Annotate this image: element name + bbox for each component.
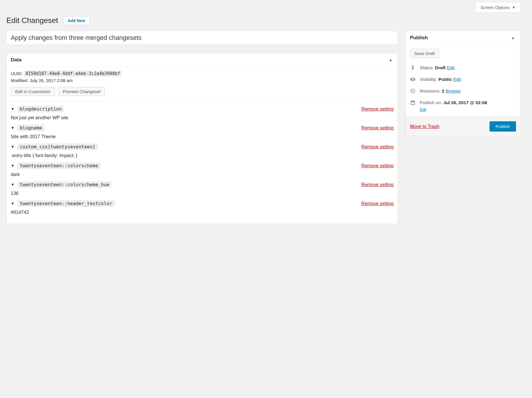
revisions-count: 2 [442,88,444,93]
setting-value: .entry-title { font-family: Impact; } [11,153,394,158]
setting-item: ▼twentyseventeen::colorschemeRemove sett… [11,162,394,177]
data-heading: Data [11,57,22,63]
setting-key: twentyseventeen::colorscheme_hue [17,181,112,188]
setting-value: 136 [11,191,394,196]
history-icon [410,88,416,94]
setting-item: ▼blogdescriptionRemove settingNot just y… [11,106,394,120]
pin-icon [410,65,416,71]
screen-options-button[interactable]: Screen Options ▼ [476,3,520,13]
divider [11,101,394,102]
collapse-toggle-icon[interactable]: ▼ [11,182,15,187]
setting-item: ▼blognameRemove settingSite with 2017 Th… [11,125,394,139]
setting-key: custom_css[twentyseventeen] [17,143,98,150]
add-new-button[interactable]: Add New [63,16,90,25]
calendar-icon [410,100,416,106]
publish-on-value: Jul 26, 2017 @ 02:08 [443,100,487,105]
setting-value: Not just yet another WP site [11,115,394,120]
modified-label: Modified: [11,78,28,83]
revisions-label: Revisions: [420,88,441,93]
setting-item: ▼custom_css[twentyseventeen]Remove setti… [11,143,394,158]
edit-status-link[interactable]: Edit [447,65,455,70]
setting-value: #81d742 [11,210,394,215]
collapse-toggle-icon[interactable]: ▲ [510,35,516,41]
status-label: Status: [420,65,434,70]
data-metabox: Data ▲ UUID: 8159d187-44e8-4ddf-a4eb-3c2… [6,53,398,224]
setting-item: ▼twentyseventeen::header_textcolorRemove… [11,200,394,215]
edit-publish-date-link[interactable]: Edit [420,107,426,112]
browse-revisions-link[interactable]: Browse [446,88,461,93]
setting-key: twentyseventeen::colorscheme [17,162,101,169]
publish-heading: Publish [410,35,428,41]
save-draft-button[interactable]: Save Draft [410,49,439,58]
eye-icon [410,77,416,82]
move-to-trash-link[interactable]: Move to Trash [410,124,439,129]
visibility-label: Visibility: [420,77,437,82]
collapse-toggle-icon[interactable]: ▼ [11,107,15,111]
setting-key: blogname [17,125,44,131]
remove-setting-link[interactable]: Remove setting [361,182,394,187]
remove-setting-link[interactable]: Remove setting [361,144,394,150]
setting-key: blogdescription [17,106,64,112]
visibility-value: Public [438,77,452,82]
edit-in-customizer-button[interactable]: Edit in Customizer [11,87,55,96]
setting-key: twentyseventeen::header_textcolor [17,200,115,207]
title-input[interactable] [6,31,398,45]
collapse-toggle-icon[interactable]: ▼ [11,201,15,206]
status-value: Draft [435,65,446,70]
setting-value: Site with 2017 Theme [11,134,394,139]
publish-button[interactable]: Publish [490,121,516,132]
setting-item: ▼twentyseventeen::colorscheme_hueRemove … [11,181,394,196]
edit-visibility-link[interactable]: Edit [453,77,461,82]
collapse-toggle-icon[interactable]: ▲ [388,57,394,63]
setting-value: dark [11,172,394,177]
remove-setting-link[interactable]: Remove setting [361,106,394,112]
remove-setting-link[interactable]: Remove setting [361,201,394,206]
collapse-toggle-icon[interactable]: ▼ [11,164,15,168]
preview-changeset-button[interactable]: Preview Changeset [58,87,105,96]
page-title: Edit Changeset [6,16,58,25]
remove-setting-link[interactable]: Remove setting [361,125,394,131]
chevron-down-icon: ▼ [512,6,515,10]
publish-metabox: Publish ▲ Save Draft Status: Draft [406,31,520,136]
uuid-label: UUID: [11,71,23,76]
modified-value: July 26, 2017 2:08 am [30,78,73,83]
collapse-toggle-icon[interactable]: ▼ [11,126,15,130]
publish-on-label: Publish on: [420,100,442,105]
uuid-value: 8159d187-44e8-4ddf-a4eb-3c2a4b3908bf [24,70,122,77]
remove-setting-link[interactable]: Remove setting [361,163,394,168]
screen-options-label: Screen Options [481,5,510,10]
collapse-toggle-icon[interactable]: ▼ [11,145,15,149]
